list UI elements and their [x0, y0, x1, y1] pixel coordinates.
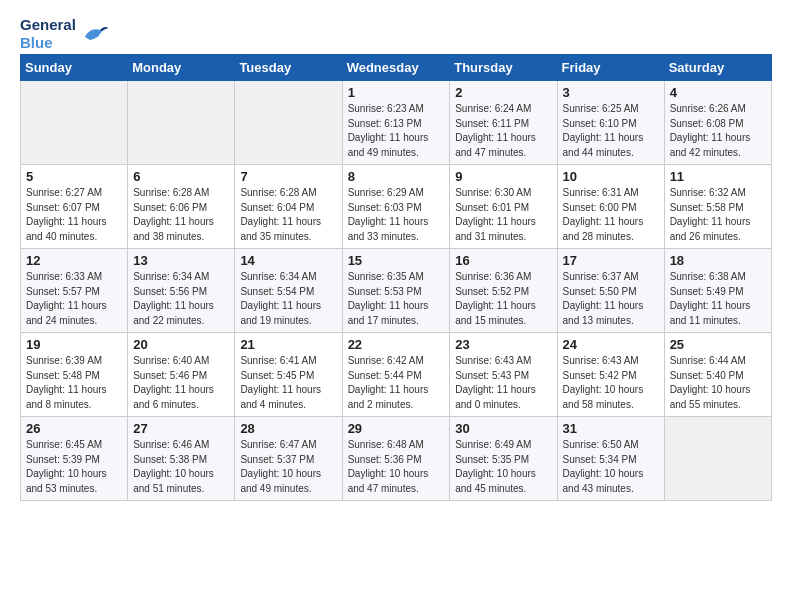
calendar-cell: 18Sunrise: 6:38 AM Sunset: 5:49 PM Dayli…	[664, 249, 771, 333]
day-info: Sunrise: 6:23 AM Sunset: 6:13 PM Dayligh…	[348, 102, 445, 160]
day-number: 30	[455, 421, 551, 436]
logo-text: General Blue	[20, 16, 76, 52]
day-number: 15	[348, 253, 445, 268]
calendar-cell: 13Sunrise: 6:34 AM Sunset: 5:56 PM Dayli…	[128, 249, 235, 333]
calendar-cell: 15Sunrise: 6:35 AM Sunset: 5:53 PM Dayli…	[342, 249, 450, 333]
logo-bird-icon	[80, 22, 110, 47]
calendar-header-thursday: Thursday	[450, 55, 557, 81]
calendar-week-row: 5Sunrise: 6:27 AM Sunset: 6:07 PM Daylig…	[21, 165, 772, 249]
day-info: Sunrise: 6:34 AM Sunset: 5:56 PM Dayligh…	[133, 270, 229, 328]
day-info: Sunrise: 6:28 AM Sunset: 6:04 PM Dayligh…	[240, 186, 336, 244]
calendar-table: SundayMondayTuesdayWednesdayThursdayFrid…	[20, 54, 772, 501]
day-info: Sunrise: 6:45 AM Sunset: 5:39 PM Dayligh…	[26, 438, 122, 496]
calendar-cell: 1Sunrise: 6:23 AM Sunset: 6:13 PM Daylig…	[342, 81, 450, 165]
day-number: 27	[133, 421, 229, 436]
calendar-cell: 7Sunrise: 6:28 AM Sunset: 6:04 PM Daylig…	[235, 165, 342, 249]
header: General Blue	[20, 16, 772, 52]
day-number: 3	[563, 85, 659, 100]
day-info: Sunrise: 6:40 AM Sunset: 5:46 PM Dayligh…	[133, 354, 229, 412]
day-number: 10	[563, 169, 659, 184]
calendar-cell: 28Sunrise: 6:47 AM Sunset: 5:37 PM Dayli…	[235, 417, 342, 501]
calendar-cell: 16Sunrise: 6:36 AM Sunset: 5:52 PM Dayli…	[450, 249, 557, 333]
day-info: Sunrise: 6:32 AM Sunset: 5:58 PM Dayligh…	[670, 186, 766, 244]
day-number: 21	[240, 337, 336, 352]
day-info: Sunrise: 6:35 AM Sunset: 5:53 PM Dayligh…	[348, 270, 445, 328]
calendar-header-saturday: Saturday	[664, 55, 771, 81]
day-number: 17	[563, 253, 659, 268]
day-number: 18	[670, 253, 766, 268]
calendar-cell: 11Sunrise: 6:32 AM Sunset: 5:58 PM Dayli…	[664, 165, 771, 249]
calendar-header-wednesday: Wednesday	[342, 55, 450, 81]
calendar-cell: 25Sunrise: 6:44 AM Sunset: 5:40 PM Dayli…	[664, 333, 771, 417]
calendar-cell: 5Sunrise: 6:27 AM Sunset: 6:07 PM Daylig…	[21, 165, 128, 249]
calendar-cell: 6Sunrise: 6:28 AM Sunset: 6:06 PM Daylig…	[128, 165, 235, 249]
calendar-header-tuesday: Tuesday	[235, 55, 342, 81]
calendar-cell: 20Sunrise: 6:40 AM Sunset: 5:46 PM Dayli…	[128, 333, 235, 417]
day-info: Sunrise: 6:33 AM Sunset: 5:57 PM Dayligh…	[26, 270, 122, 328]
calendar-cell: 14Sunrise: 6:34 AM Sunset: 5:54 PM Dayli…	[235, 249, 342, 333]
calendar-cell	[21, 81, 128, 165]
day-info: Sunrise: 6:43 AM Sunset: 5:43 PM Dayligh…	[455, 354, 551, 412]
calendar-week-row: 19Sunrise: 6:39 AM Sunset: 5:48 PM Dayli…	[21, 333, 772, 417]
day-info: Sunrise: 6:37 AM Sunset: 5:50 PM Dayligh…	[563, 270, 659, 328]
day-number: 29	[348, 421, 445, 436]
day-number: 26	[26, 421, 122, 436]
calendar-cell: 19Sunrise: 6:39 AM Sunset: 5:48 PM Dayli…	[21, 333, 128, 417]
calendar-cell: 2Sunrise: 6:24 AM Sunset: 6:11 PM Daylig…	[450, 81, 557, 165]
day-info: Sunrise: 6:30 AM Sunset: 6:01 PM Dayligh…	[455, 186, 551, 244]
calendar-header-row: SundayMondayTuesdayWednesdayThursdayFrid…	[21, 55, 772, 81]
day-number: 31	[563, 421, 659, 436]
day-number: 5	[26, 169, 122, 184]
day-info: Sunrise: 6:44 AM Sunset: 5:40 PM Dayligh…	[670, 354, 766, 412]
day-number: 19	[26, 337, 122, 352]
day-number: 22	[348, 337, 445, 352]
day-info: Sunrise: 6:36 AM Sunset: 5:52 PM Dayligh…	[455, 270, 551, 328]
day-info: Sunrise: 6:46 AM Sunset: 5:38 PM Dayligh…	[133, 438, 229, 496]
calendar-header-friday: Friday	[557, 55, 664, 81]
calendar-cell: 17Sunrise: 6:37 AM Sunset: 5:50 PM Dayli…	[557, 249, 664, 333]
calendar-cell: 8Sunrise: 6:29 AM Sunset: 6:03 PM Daylig…	[342, 165, 450, 249]
day-number: 28	[240, 421, 336, 436]
day-number: 13	[133, 253, 229, 268]
day-number: 6	[133, 169, 229, 184]
calendar-cell: 29Sunrise: 6:48 AM Sunset: 5:36 PM Dayli…	[342, 417, 450, 501]
day-info: Sunrise: 6:39 AM Sunset: 5:48 PM Dayligh…	[26, 354, 122, 412]
calendar-cell: 21Sunrise: 6:41 AM Sunset: 5:45 PM Dayli…	[235, 333, 342, 417]
calendar-week-row: 1Sunrise: 6:23 AM Sunset: 6:13 PM Daylig…	[21, 81, 772, 165]
day-info: Sunrise: 6:49 AM Sunset: 5:35 PM Dayligh…	[455, 438, 551, 496]
day-info: Sunrise: 6:38 AM Sunset: 5:49 PM Dayligh…	[670, 270, 766, 328]
calendar-cell: 3Sunrise: 6:25 AM Sunset: 6:10 PM Daylig…	[557, 81, 664, 165]
calendar-cell: 10Sunrise: 6:31 AM Sunset: 6:00 PM Dayli…	[557, 165, 664, 249]
calendar-cell: 9Sunrise: 6:30 AM Sunset: 6:01 PM Daylig…	[450, 165, 557, 249]
day-info: Sunrise: 6:47 AM Sunset: 5:37 PM Dayligh…	[240, 438, 336, 496]
calendar-cell	[664, 417, 771, 501]
day-number: 2	[455, 85, 551, 100]
day-number: 20	[133, 337, 229, 352]
calendar-header-sunday: Sunday	[21, 55, 128, 81]
day-number: 8	[348, 169, 445, 184]
day-info: Sunrise: 6:50 AM Sunset: 5:34 PM Dayligh…	[563, 438, 659, 496]
day-info: Sunrise: 6:24 AM Sunset: 6:11 PM Dayligh…	[455, 102, 551, 160]
day-info: Sunrise: 6:28 AM Sunset: 6:06 PM Dayligh…	[133, 186, 229, 244]
calendar-cell: 30Sunrise: 6:49 AM Sunset: 5:35 PM Dayli…	[450, 417, 557, 501]
day-number: 24	[563, 337, 659, 352]
day-info: Sunrise: 6:29 AM Sunset: 6:03 PM Dayligh…	[348, 186, 445, 244]
day-info: Sunrise: 6:43 AM Sunset: 5:42 PM Dayligh…	[563, 354, 659, 412]
calendar-cell: 26Sunrise: 6:45 AM Sunset: 5:39 PM Dayli…	[21, 417, 128, 501]
day-info: Sunrise: 6:27 AM Sunset: 6:07 PM Dayligh…	[26, 186, 122, 244]
day-info: Sunrise: 6:41 AM Sunset: 5:45 PM Dayligh…	[240, 354, 336, 412]
day-info: Sunrise: 6:34 AM Sunset: 5:54 PM Dayligh…	[240, 270, 336, 328]
day-number: 16	[455, 253, 551, 268]
logo: General Blue	[20, 16, 110, 52]
calendar-week-row: 26Sunrise: 6:45 AM Sunset: 5:39 PM Dayli…	[21, 417, 772, 501]
day-number: 12	[26, 253, 122, 268]
day-info: Sunrise: 6:31 AM Sunset: 6:00 PM Dayligh…	[563, 186, 659, 244]
calendar-header-monday: Monday	[128, 55, 235, 81]
calendar-cell	[235, 81, 342, 165]
calendar-week-row: 12Sunrise: 6:33 AM Sunset: 5:57 PM Dayli…	[21, 249, 772, 333]
day-number: 14	[240, 253, 336, 268]
day-number: 7	[240, 169, 336, 184]
day-number: 11	[670, 169, 766, 184]
day-info: Sunrise: 6:48 AM Sunset: 5:36 PM Dayligh…	[348, 438, 445, 496]
calendar-cell: 4Sunrise: 6:26 AM Sunset: 6:08 PM Daylig…	[664, 81, 771, 165]
